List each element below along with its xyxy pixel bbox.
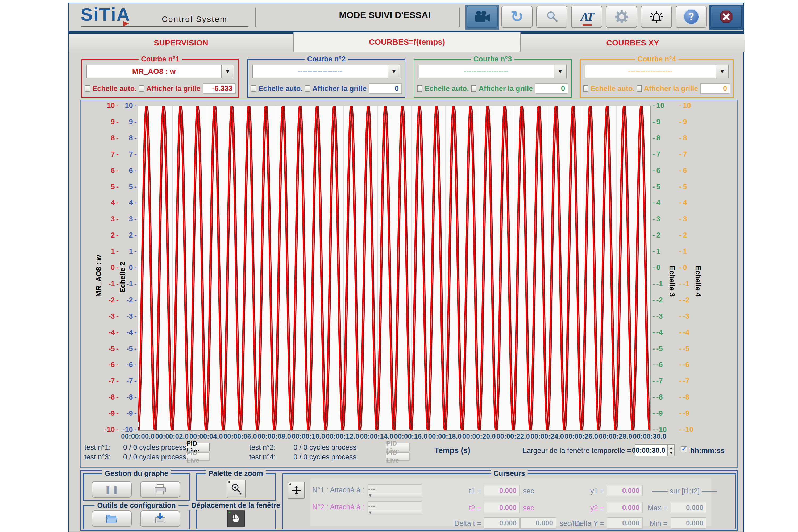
y-tick-label: 2 - bbox=[114, 231, 137, 240]
refresh-button[interactable]: ↻ bbox=[501, 5, 533, 28]
cursor1-attach-dropdown[interactable]: --- ▼ bbox=[367, 484, 422, 497]
pid-live-button-3[interactable]: PID Live bbox=[186, 453, 210, 461]
curve4-signal-dropdown[interactable]: ------------------ ▼ bbox=[585, 65, 728, 78]
group-title: Curseurs bbox=[491, 470, 528, 478]
tab-courbes-f-temps[interactable]: COURBES=f(temps) bbox=[293, 32, 520, 52]
y-tick-label: - -2 bbox=[652, 296, 677, 304]
save-config-button[interactable] bbox=[140, 510, 180, 527]
chevron-down-icon[interactable]: ▼ bbox=[554, 65, 566, 78]
auto-scale-checkbox[interactable] bbox=[583, 86, 588, 92]
delta-t-field-1[interactable]: 0.000 bbox=[484, 517, 520, 529]
logo-subtitle: Control System bbox=[162, 15, 227, 24]
help-button[interactable]: ? bbox=[676, 5, 707, 28]
cursor2-attach-dropdown[interactable]: --- ▼ bbox=[367, 501, 422, 514]
cursor2-attach-value: --- bbox=[368, 502, 422, 510]
toolbar-slot-alarms bbox=[640, 4, 673, 30]
curve2-signal-dropdown[interactable]: ------------------ ▼ bbox=[252, 65, 400, 78]
curve3-value-field[interactable]: 0 bbox=[535, 83, 568, 94]
toolbar-slot-help: ? bbox=[674, 4, 708, 30]
close-icon bbox=[719, 9, 734, 24]
t1-label: t1 = bbox=[459, 487, 481, 495]
min-field[interactable]: 0.000 bbox=[670, 517, 706, 529]
page: SiTiA Control System MODE SUIVI D'ESSAI … bbox=[0, 0, 798, 532]
chevron-down-icon[interactable]: ▼ bbox=[368, 510, 422, 515]
tab-supervision[interactable]: SUPERVISION bbox=[69, 34, 293, 52]
y-tick-label: - -9 bbox=[679, 409, 703, 418]
pause-button[interactable]: ❚❚ bbox=[92, 481, 132, 498]
tool-indicator-dot bbox=[228, 481, 230, 483]
pid-live-button-4[interactable]: PID Live bbox=[386, 453, 410, 461]
y-tick-label: - 8 bbox=[652, 134, 677, 142]
y1-field[interactable]: 0.000 bbox=[607, 485, 643, 496]
tab-courbes-xy[interactable]: COURBES XY bbox=[520, 34, 745, 52]
chevron-down-icon[interactable]: ▼ bbox=[221, 65, 233, 78]
pan-hand-button[interactable] bbox=[227, 510, 245, 528]
print-button[interactable] bbox=[140, 481, 180, 498]
cursor-tool-button[interactable] bbox=[288, 482, 305, 499]
t1-field[interactable]: 0.000 bbox=[484, 485, 520, 496]
y-tick-label: - 6 bbox=[652, 166, 677, 175]
curve3-signal-dropdown[interactable]: ------------------ ▼ bbox=[419, 65, 567, 78]
y-tick-label: - -7 bbox=[652, 377, 677, 385]
alarms-button[interactable] bbox=[641, 5, 672, 28]
curve4-value-field[interactable]: 0 bbox=[700, 83, 730, 94]
cursor1-label: N°1 : Attaché à : bbox=[312, 486, 364, 494]
show-grid-checkbox[interactable] bbox=[471, 86, 476, 92]
chevron-down-icon[interactable]: ▼ bbox=[368, 493, 422, 498]
y2-field[interactable]: 0.000 bbox=[607, 502, 643, 513]
curve2-value-field[interactable]: 0 bbox=[369, 83, 402, 94]
auto-scale-checkbox[interactable] bbox=[85, 86, 90, 92]
zoom-tool-button[interactable] bbox=[227, 480, 246, 498]
curve3-selection: ------------------ bbox=[419, 65, 553, 78]
y-tick-label: - 9 bbox=[652, 118, 677, 126]
curve-panel-3: Courbe n°3 ------------------ ▼ Echelle … bbox=[414, 59, 572, 98]
y-tick-label: - 5 bbox=[652, 183, 677, 191]
curve-panel-title: Courbe n°2 bbox=[305, 55, 348, 63]
y-tick-label: 3 - bbox=[114, 215, 137, 223]
window-width-spinbox[interactable]: 00:00:30.0 ▲ ▼ bbox=[635, 444, 675, 456]
settings-button[interactable] bbox=[606, 5, 637, 28]
cursor1-attach-value: --- bbox=[368, 485, 422, 493]
auto-scale-checkbox[interactable] bbox=[417, 86, 422, 92]
show-grid-checkbox[interactable] bbox=[139, 86, 144, 92]
show-grid-label: Afficher la grille bbox=[644, 84, 698, 93]
hhmmss-label: hh:mm:ss bbox=[690, 446, 725, 455]
show-grid-checkbox[interactable] bbox=[637, 86, 642, 92]
delta-t-field-2[interactable]: 0.000 bbox=[520, 517, 556, 529]
spin-up-icon[interactable]: ▲ bbox=[668, 445, 674, 450]
delta-y-label: Delta Y = bbox=[573, 519, 604, 528]
y-tick-label: 6 - bbox=[114, 166, 137, 175]
close-button[interactable] bbox=[710, 5, 742, 28]
toolbar-slot-settings bbox=[605, 4, 639, 30]
atys-logo-icon: AT bbox=[581, 10, 593, 24]
axis3-title: Echelle 3 bbox=[668, 265, 676, 297]
show-grid-checkbox[interactable] bbox=[305, 86, 310, 92]
curve1-value-field[interactable]: -6.333 bbox=[203, 83, 236, 94]
atys-tool-button[interactable]: AT bbox=[571, 5, 602, 28]
record-camera-button[interactable] bbox=[467, 5, 498, 28]
chart-container: 10 -9 -8 -7 -6 -5 -4 -3 -2 -1 -0 --1 --2… bbox=[80, 100, 738, 468]
curve1-signal-dropdown[interactable]: MR_AO8 : w ▼ bbox=[87, 65, 234, 78]
chevron-down-icon[interactable]: ▼ bbox=[716, 65, 728, 78]
chevron-down-icon[interactable]: ▼ bbox=[387, 65, 400, 78]
y-tick-label: 10 - bbox=[114, 101, 137, 110]
folder-open-icon bbox=[105, 513, 119, 525]
waveform-trace bbox=[138, 106, 650, 430]
y-tick-label: -4 - bbox=[114, 328, 137, 337]
tab-label: COURBES=f(temps) bbox=[369, 38, 445, 46]
curve4-selection: ------------------ bbox=[586, 65, 715, 78]
search-button[interactable] bbox=[536, 5, 567, 28]
open-config-button[interactable] bbox=[92, 510, 132, 527]
window-width-label: Largeur de la fenêtre temporelle = bbox=[477, 446, 631, 455]
spin-down-icon[interactable]: ▼ bbox=[668, 450, 674, 456]
delta-y-field[interactable]: 0.000 bbox=[607, 517, 643, 529]
t2-field[interactable]: 0.000 bbox=[484, 502, 520, 513]
curve-panel-2: Courbe n°2 ------------------ ▼ Echelle … bbox=[247, 59, 405, 98]
waveform-svg bbox=[138, 106, 650, 430]
auto-scale-checkbox[interactable] bbox=[251, 86, 256, 92]
max-field[interactable]: 0.000 bbox=[670, 502, 706, 513]
y-tick-label: - -6 bbox=[679, 360, 703, 369]
plot-area[interactable] bbox=[138, 106, 651, 431]
y-tick-label: - 6 bbox=[679, 166, 703, 175]
y-tick-label: -8 - bbox=[114, 393, 137, 401]
